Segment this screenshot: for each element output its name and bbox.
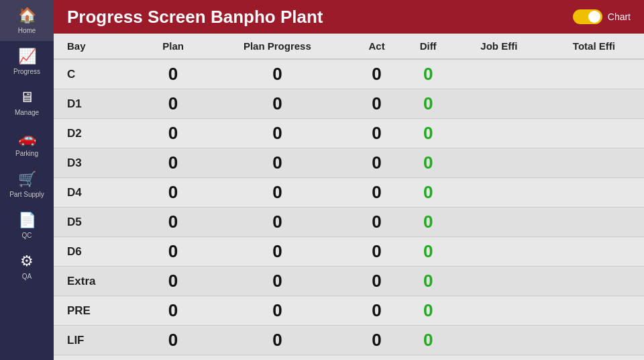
sidebar-label-manage: Manage <box>15 109 39 116</box>
cell-total-effi <box>544 296 644 326</box>
sidebar-label-parking: Parking <box>15 150 38 157</box>
cell-diff: 0 <box>402 208 453 237</box>
cell-job-effi <box>454 208 544 237</box>
cell-plan-progress: 0 <box>203 119 352 148</box>
cell-bay: D6 <box>54 237 143 267</box>
cell-job-effi <box>454 326 544 355</box>
cell-bay: D1 <box>54 89 143 119</box>
sidebar-item-progress[interactable]: 📈 Progress <box>0 41 54 82</box>
cell-plan: 0 <box>143 59 203 89</box>
cell-bay: LIF <box>54 326 143 355</box>
col-total-effi: Total Effi <box>544 34 644 59</box>
cell-plan: 0 <box>143 208 203 237</box>
progress-icon: 📈 <box>18 48 36 65</box>
table-row: D2 0 0 0 0 <box>54 119 644 148</box>
col-job-effi: Job Effi <box>454 34 544 59</box>
col-plan: Plan <box>143 34 203 59</box>
cell-diff: 0 <box>402 89 453 119</box>
cell-total-effi <box>544 59 644 89</box>
col-bay: Bay <box>54 34 143 59</box>
cell-plan-progress: 0 <box>203 148 352 178</box>
cell-total-effi <box>544 237 644 267</box>
cell-act: 0 <box>352 119 402 148</box>
parking-icon: 🚗 <box>18 130 36 147</box>
table-header-row: Bay Plan Plan Progress Act Diff Job Effi… <box>54 34 644 59</box>
cell-job-effi <box>454 237 544 267</box>
cell-act: 0 <box>352 59 402 89</box>
cell-bay: PRE <box>54 296 143 326</box>
cell-total-effi <box>544 267 644 296</box>
cell-plan-progress: 0 <box>203 59 352 89</box>
cell-job-effi <box>454 59 544 89</box>
col-plan-progress: Plan Progress <box>203 34 352 59</box>
cell-bay: Extra <box>54 267 143 296</box>
cell-plan: 0 <box>143 237 203 267</box>
sidebar-label-progress: Progress <box>13 68 40 75</box>
cell-act: 0 <box>352 208 402 237</box>
cell-plan-progress: 0 <box>203 237 352 267</box>
cell-plan-progress: 0 <box>203 326 352 355</box>
sidebar-label-qa: QA <box>22 273 32 280</box>
home-icon: 🏠 <box>18 7 36 24</box>
sidebar-item-parking[interactable]: 🚗 Parking <box>0 123 54 164</box>
table-row: D4 0 0 0 0 <box>54 178 644 208</box>
sidebar-label-qc: QC <box>22 232 32 239</box>
table-area: Bay Plan Plan Progress Act Diff Job Effi… <box>54 34 644 360</box>
cell-act: 0 <box>352 296 402 326</box>
cell-act: 0 <box>352 178 402 208</box>
cell-diff: 0 <box>402 59 453 89</box>
part-supply-icon: 🛒 <box>18 171 36 188</box>
cell-total-effi <box>544 89 644 119</box>
cell-job-effi <box>454 148 544 178</box>
cell-act: 0 <box>352 326 402 355</box>
cell-bay: D2 <box>54 119 143 148</box>
cell-job-effi <box>454 267 544 296</box>
table-row: D1 0 0 0 0 <box>54 89 644 119</box>
sidebar-item-qa[interactable]: ⚙ QA <box>0 246 54 287</box>
cell-job-effi <box>454 296 544 326</box>
cell-plan-progress: 0 <box>203 178 352 208</box>
cell-act: 0 <box>352 148 402 178</box>
chart-label: Chart <box>608 11 631 22</box>
data-table: Bay Plan Plan Progress Act Diff Job Effi… <box>54 34 644 355</box>
cell-bay: D4 <box>54 178 143 208</box>
sidebar-label-part-supply: Part Supply <box>9 191 44 198</box>
table-row: D6 0 0 0 0 <box>54 237 644 267</box>
cell-act: 0 <box>352 267 402 296</box>
chart-toggle[interactable] <box>573 9 602 24</box>
cell-bay: C <box>54 59 143 89</box>
cell-total-effi <box>544 326 644 355</box>
cell-total-effi <box>544 148 644 178</box>
cell-job-effi <box>454 89 544 119</box>
cell-diff: 0 <box>402 267 453 296</box>
sidebar-item-part-supply[interactable]: 🛒 Part Supply <box>0 164 54 205</box>
sidebar-item-qc[interactable]: 📄 QC <box>0 205 54 246</box>
cell-plan: 0 <box>143 178 203 208</box>
cell-plan: 0 <box>143 267 203 296</box>
cell-total-effi <box>544 119 644 148</box>
col-act: Act <box>352 34 402 59</box>
cell-plan: 0 <box>143 326 203 355</box>
cell-diff: 0 <box>402 119 453 148</box>
cell-act: 0 <box>352 237 402 267</box>
cell-diff: 0 <box>402 326 453 355</box>
table-row: D3 0 0 0 0 <box>54 148 644 178</box>
toggle-knob <box>588 11 600 23</box>
table-row: PRE 0 0 0 0 <box>54 296 644 326</box>
cell-job-effi <box>454 178 544 208</box>
sidebar-item-manage[interactable]: 🖥 Manage <box>0 82 54 123</box>
cell-diff: 0 <box>402 148 453 178</box>
sidebar-item-home[interactable]: 🏠 Home <box>0 0 54 41</box>
qa-icon: ⚙ <box>20 253 34 270</box>
cell-bay: D3 <box>54 148 143 178</box>
cell-bay: D5 <box>54 208 143 237</box>
table-row: D5 0 0 0 0 <box>54 208 644 237</box>
main-content: Progress Screen Banpho Plant Chart Bay P… <box>54 0 644 360</box>
cell-plan: 0 <box>143 119 203 148</box>
cell-plan: 0 <box>143 148 203 178</box>
table-body: C 0 0 0 0 D1 0 0 0 0 D2 0 0 0 0 D3 0 0 <box>54 59 644 355</box>
cell-diff: 0 <box>402 178 453 208</box>
sidebar-label-home: Home <box>18 27 36 34</box>
cell-plan: 0 <box>143 296 203 326</box>
chart-toggle-area: Chart <box>573 9 631 24</box>
